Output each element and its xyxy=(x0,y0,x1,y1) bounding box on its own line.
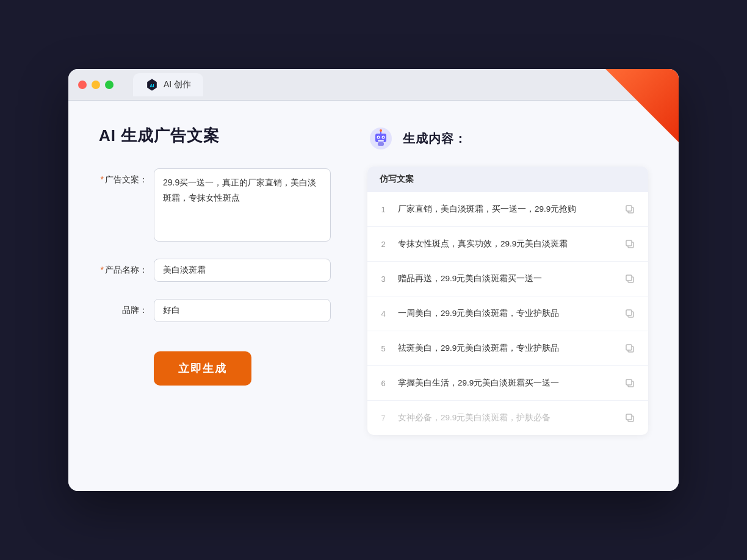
svg-rect-17 xyxy=(626,275,632,281)
table-row: 5祛斑美白，29.9元美白淡斑霜，专业护肤品 xyxy=(367,331,648,366)
table-row: 4一周美白，29.9元美白淡斑霜，专业护肤品 xyxy=(367,296,648,331)
ad-copy-group: *广告文案： xyxy=(99,168,331,242)
minimize-button[interactable] xyxy=(92,81,100,89)
svg-text:AI: AI xyxy=(150,82,154,88)
right-panel: 生成内容： 仿写文案 1厂家直销，美白淡斑霜，买一送一，29.9元抢购 2专抹女… xyxy=(367,125,648,467)
table-body: 1厂家直销，美白淡斑霜，买一送一，29.9元抢购 2专抹女性斑点，真实功效，29… xyxy=(367,192,648,435)
ai-tab[interactable]: AI AI 创作 xyxy=(133,73,203,96)
row-text: 厂家直销，美白淡斑霜，买一送一，29.9元抢购 xyxy=(398,203,613,215)
row-number: 2 xyxy=(377,240,389,249)
copy-button[interactable] xyxy=(621,375,638,392)
required-star-1: * xyxy=(101,174,104,184)
right-title: 生成内容： xyxy=(403,131,467,147)
table-row: 6掌握美白生活，29.9元美白淡斑霜买一送一 xyxy=(367,366,648,401)
row-text: 掌握美白生活，29.9元美白淡斑霜买一送一 xyxy=(398,377,613,389)
svg-rect-15 xyxy=(626,240,632,246)
svg-point-10 xyxy=(380,129,382,132)
row-number: 5 xyxy=(377,344,389,353)
product-name-input[interactable] xyxy=(154,259,331,282)
maximize-button[interactable] xyxy=(105,81,114,89)
product-name-label: *产品名称： xyxy=(99,259,148,276)
row-text: 专抹女性斑点，真实功效，29.9元美白淡斑霜 xyxy=(398,238,613,250)
row-number: 6 xyxy=(377,379,389,388)
table-header: 仿写文案 xyxy=(367,167,648,192)
ad-copy-label: *广告文案： xyxy=(99,168,148,185)
svg-point-7 xyxy=(383,137,384,138)
svg-rect-19 xyxy=(626,310,632,315)
generate-button[interactable]: 立即生成 xyxy=(154,351,251,386)
svg-rect-11 xyxy=(378,142,384,146)
right-header: 生成内容： xyxy=(367,125,648,152)
close-button[interactable] xyxy=(78,81,87,89)
copy-button[interactable] xyxy=(621,270,638,287)
brand-group: 品牌： xyxy=(99,299,331,322)
svg-rect-21 xyxy=(626,345,632,350)
row-text: 女神必备，29.9元美白淡斑霜，护肤必备 xyxy=(398,412,613,424)
copy-button[interactable] xyxy=(621,340,638,357)
svg-rect-13 xyxy=(626,206,632,211)
row-number: 3 xyxy=(377,275,389,284)
row-text: 祛斑美白，29.9元美白淡斑霜，专业护肤品 xyxy=(398,342,613,354)
copy-button[interactable] xyxy=(621,201,638,218)
robot-icon xyxy=(367,125,394,152)
results-table: 仿写文案 1厂家直销，美白淡斑霜，买一送一，29.9元抢购 2专抹女性斑点，真实… xyxy=(367,167,648,435)
tab-area: AI AI 创作 xyxy=(133,73,203,96)
copy-button[interactable] xyxy=(621,409,638,426)
svg-point-6 xyxy=(378,137,379,138)
page-title: AI 生成广告文案 xyxy=(99,125,331,146)
brand-label: 品牌： xyxy=(99,299,148,316)
copy-button[interactable] xyxy=(621,305,638,322)
svg-rect-25 xyxy=(626,414,632,420)
browser-window: AI AI 创作 AI 生成广告文案 *广告文案： *产品名称： xyxy=(68,69,679,491)
row-number: 1 xyxy=(377,205,389,214)
table-row: 2专抹女性斑点，真实功效，29.9元美白淡斑霜 xyxy=(367,227,648,262)
row-number: 4 xyxy=(377,309,389,318)
product-name-group: *产品名称： xyxy=(99,259,331,282)
left-panel: AI 生成广告文案 *广告文案： *产品名称： 品牌： 立 xyxy=(99,125,331,467)
traffic-lights xyxy=(78,81,114,89)
browser-titlebar: AI AI 创作 xyxy=(68,69,679,101)
row-text: 赠品再送，29.9元美白淡斑霜买一送一 xyxy=(398,273,613,285)
ai-tab-icon: AI xyxy=(145,78,159,92)
brand-input[interactable] xyxy=(154,299,331,322)
browser-content: AI 生成广告文案 *广告文案： *产品名称： 品牌： 立 xyxy=(68,101,679,491)
table-row: 7女神必备，29.9元美白淡斑霜，护肤必备 xyxy=(367,401,648,435)
required-star-2: * xyxy=(101,265,104,275)
svg-rect-23 xyxy=(626,379,632,385)
row-text: 一周美白，29.9元美白淡斑霜，专业护肤品 xyxy=(398,307,613,320)
table-row: 3赠品再送，29.9元美白淡斑霜买一送一 xyxy=(367,262,648,296)
svg-rect-8 xyxy=(378,140,384,142)
tab-label: AI 创作 xyxy=(164,79,191,90)
table-row: 1厂家直销，美白淡斑霜，买一送一，29.9元抢购 xyxy=(367,192,648,227)
ad-copy-input[interactable] xyxy=(154,168,331,242)
row-number: 7 xyxy=(377,414,389,423)
copy-button[interactable] xyxy=(621,235,638,253)
